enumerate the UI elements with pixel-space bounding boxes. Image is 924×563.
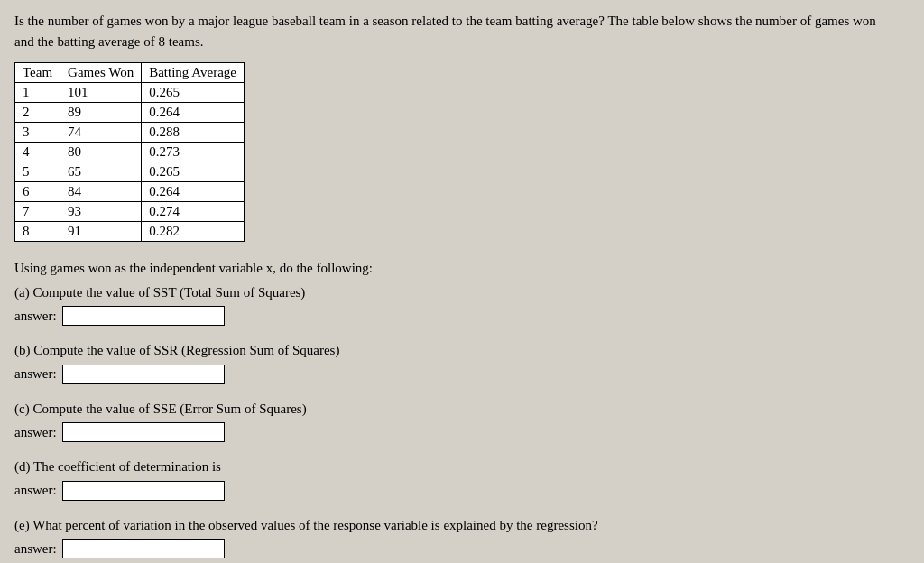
- answer-row-d: answer:: [14, 481, 910, 501]
- cell-team: 3: [15, 123, 60, 143]
- cell-games-won: 91: [60, 222, 142, 242]
- question-text-c: (c) Compute the value of SSE (Error Sum …: [14, 399, 910, 420]
- cell-team: 2: [15, 103, 60, 123]
- cell-batting-avg: 0.264: [142, 103, 245, 123]
- cell-games-won: 65: [60, 162, 142, 182]
- table-row: 11010.265: [15, 83, 245, 103]
- answer-label-a: answer:: [14, 309, 57, 324]
- answer-input-d[interactable]: [62, 481, 225, 501]
- question-block-e: (e) What percent of variation in the obs…: [14, 515, 910, 559]
- intro-text: Is the number of games won by a major le…: [14, 11, 899, 51]
- cell-games-won: 80: [60, 143, 142, 162]
- col-header-batting-avg: Batting Average: [142, 63, 245, 83]
- cell-batting-avg: 0.265: [142, 83, 245, 103]
- table-row: 8910.282: [15, 222, 245, 242]
- answer-label-d: answer:: [14, 483, 57, 498]
- answer-row-a: answer:: [14, 306, 910, 326]
- table-row: 7930.274: [15, 202, 245, 222]
- table-row: 2890.264: [15, 103, 245, 123]
- answer-label-e: answer:: [14, 541, 57, 557]
- cell-batting-avg: 0.264: [142, 182, 245, 202]
- col-header-team: Team: [15, 63, 60, 83]
- question-block-a: (a) Compute the value of SST (Total Sum …: [14, 282, 910, 327]
- cell-games-won: 74: [60, 123, 142, 143]
- cell-batting-avg: 0.265: [142, 162, 245, 182]
- cell-team: 8: [15, 222, 60, 242]
- cell-team: 6: [15, 182, 60, 202]
- question-text-b: (b) Compute the value of SSR (Regression…: [14, 340, 910, 361]
- answer-label-b: answer:: [14, 366, 57, 382]
- table-row: 5650.265: [15, 162, 245, 182]
- cell-games-won: 89: [60, 103, 142, 123]
- answer-input-c[interactable]: [62, 422, 225, 442]
- question-text-e: (e) What percent of variation in the obs…: [14, 515, 910, 536]
- col-header-games-won: Games Won: [60, 63, 142, 83]
- data-table: Team Games Won Batting Average 11010.265…: [14, 62, 245, 242]
- answer-label-c: answer:: [14, 425, 57, 440]
- question-block-b: (b) Compute the value of SSR (Regression…: [14, 340, 910, 384]
- question-block-d: (d) The coefficient of determination isa…: [14, 457, 910, 501]
- cell-team: 1: [15, 83, 60, 103]
- cell-batting-avg: 0.274: [142, 202, 245, 222]
- instruction-text: Using games won as the independent varia…: [14, 258, 910, 279]
- answer-row-b: answer:: [14, 365, 910, 384]
- cell-team: 4: [15, 143, 60, 162]
- answer-input-b[interactable]: [62, 365, 225, 384]
- cell-batting-avg: 0.288: [142, 123, 245, 143]
- cell-batting-avg: 0.282: [142, 222, 245, 242]
- table-row: 6840.264: [15, 182, 245, 202]
- answer-input-a[interactable]: [62, 306, 225, 326]
- question-block-c: (c) Compute the value of SSE (Error Sum …: [14, 399, 910, 443]
- table-row: 4800.273: [15, 143, 245, 162]
- table-row: 3740.288: [15, 123, 245, 143]
- answer-row-e: answer:: [14, 539, 910, 558]
- answer-row-c: answer:: [14, 422, 910, 442]
- cell-team: 5: [15, 162, 60, 182]
- cell-batting-avg: 0.273: [142, 143, 245, 162]
- cell-games-won: 101: [60, 83, 142, 103]
- cell-team: 7: [15, 202, 60, 222]
- answer-input-e[interactable]: [62, 539, 225, 558]
- question-text-a: (a) Compute the value of SST (Total Sum …: [14, 282, 910, 303]
- cell-games-won: 93: [60, 202, 142, 222]
- cell-games-won: 84: [60, 182, 142, 202]
- question-text-d: (d) The coefficient of determination is: [14, 457, 910, 477]
